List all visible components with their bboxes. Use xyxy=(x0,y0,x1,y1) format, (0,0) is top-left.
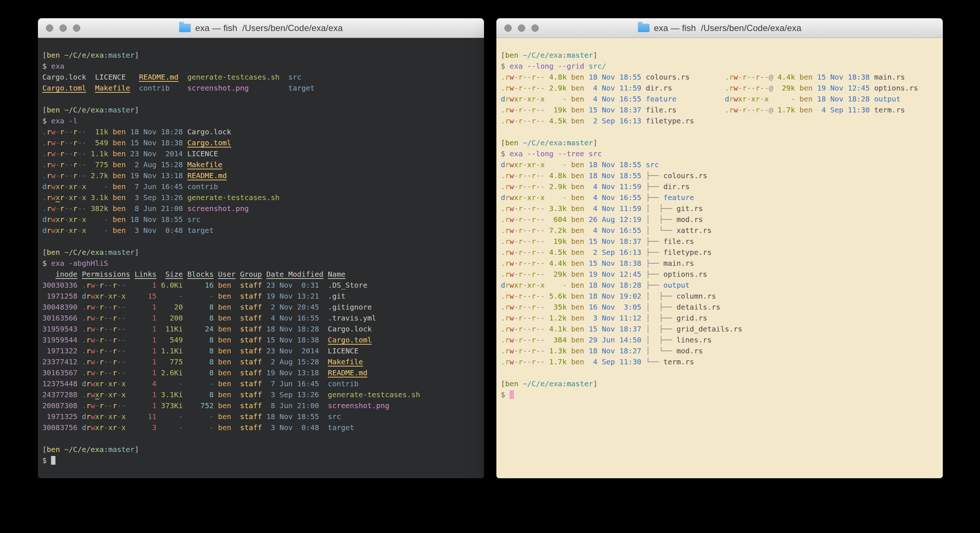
permissions: .rwxr-xr-x xyxy=(42,193,86,202)
permissions: drwxr-xr-x xyxy=(42,226,86,235)
permissions: drwxr-xr-x xyxy=(82,423,126,432)
permissions: .rw-r--r-- xyxy=(42,160,86,169)
terminal-line: .rw-r--r-- 35k ben 16 Nov 3:05 │ ├── det… xyxy=(501,302,939,313)
permissions: .rw-r--r-- xyxy=(501,226,544,235)
terminal-line: .rw-r--r-- 549 ben 15 Nov 18:38 Cargo.to… xyxy=(42,137,480,148)
terminal-line: drwxr-xr-x - ben 18 Nov 18:55 src xyxy=(501,159,939,170)
terminal-line: 30048390 .rw-r--r-- 1 20 8 ben staff 2 N… xyxy=(42,302,480,313)
terminal-line: .rw-r--r-- 2.9k ben 4 Nov 11:59 dir.rs .… xyxy=(501,83,939,93)
permissions: .rw-r--r--@ xyxy=(725,105,773,114)
permissions: drwxr-xr-x xyxy=(82,292,126,300)
block-cursor xyxy=(509,390,514,399)
permissions: drwxr-xr-x xyxy=(501,193,544,202)
permissions: .rw-r--r-- xyxy=(501,259,544,268)
block-cursor xyxy=(51,456,56,465)
permissions: .rw-r--r-- xyxy=(501,237,544,246)
terminal-line: 12375448 drwxr-xr-x 4 - - ben staff 7 Ju… xyxy=(42,378,480,389)
permissions: .rw-r--r-- xyxy=(501,84,544,93)
permissions: .rw-r--r-- xyxy=(501,270,544,279)
terminal-line: Cargo.lock LICENCE README.md generate-te… xyxy=(42,72,480,83)
terminal-line: inode Permissions Links Size Blocks User… xyxy=(42,269,480,280)
terminal-line: 30030336 .rw-r--r-- 1 6.0Ki 16 ben staff… xyxy=(42,280,480,290)
terminal-window-left: exa — fish /Users/ben/Code/exa/exa [ben … xyxy=(38,18,484,478)
permissions: .rw-r--r-- xyxy=(82,346,126,355)
terminal-line: .rw-r--r-- 382k ben 8 Jun 21:00 screensh… xyxy=(42,203,480,214)
terminal-line: 23377412 .rw-r--r-- 1 775 8 ben staff 2 … xyxy=(42,356,480,367)
permissions: .rw-r--r-- xyxy=(82,314,126,322)
terminal-content[interactable]: [ben ~/C/e/exa:master]$ exaCargo.lock LI… xyxy=(38,38,484,466)
permissions: drwxr-xr-x xyxy=(42,182,86,191)
terminal-line: drwxr-xr-x - ben 18 Nov 18:28 ├── output xyxy=(501,280,939,290)
terminal-line: 1971258 drwxr-xr-x 15 - - ben staff 19 N… xyxy=(42,290,480,302)
permissions: .rw-r--r--@ xyxy=(725,73,773,81)
permissions: .rwxr-xr-x xyxy=(82,390,126,399)
terminal-line: [ben ~/C/e/exa:master] xyxy=(42,104,480,115)
terminal-window-right: exa — fish /Users/ben/Code/exa/exa [ben … xyxy=(496,18,943,478)
terminal-line: [ben ~/C/e/exa:master] xyxy=(501,378,939,389)
terminal-line: $ xyxy=(501,389,939,400)
terminal-line: 1971322 .rw-r--r-- 1 1.1Ki 8 ben staff 2… xyxy=(42,345,480,356)
terminal-line: 1971325 drwxr-xr-x 11 - - ben staff 18 N… xyxy=(42,411,480,422)
permissions: drwxr-xr-x xyxy=(725,94,768,103)
terminal-line: drwxr-xr-x - ben 3 Nov 0:48 target xyxy=(42,225,480,236)
terminal-line: .rw-r--r-- 5.6k ben 18 Nov 19:02 │ ├── c… xyxy=(501,290,939,302)
terminal-line: [ben ~/C/e/exa:master] xyxy=(501,49,939,61)
window-title: exa — fish /Users/ben/Code/exa/exa xyxy=(195,23,343,33)
permissions: .rw-r--r-- xyxy=(82,335,126,344)
titlebar[interactable]: exa — fish /Users/ben/Code/exa/exa xyxy=(38,18,484,38)
terminal-line: .rw-r--r-- 775 ben 2 Aug 15:28 Makefile xyxy=(42,159,480,170)
terminal-line xyxy=(42,433,480,444)
titlebar[interactable]: exa — fish /Users/ben/Code/exa/exa xyxy=(496,18,943,38)
terminal-line: .rw-r--r-- 604 ben 26 Aug 12:19 │ ├── mo… xyxy=(501,214,939,225)
terminal-line: Cargo.toml Makefile contrib screenshot.p… xyxy=(42,83,480,93)
terminal-line: .rw-r--r-- 4.8k ben 18 Nov 18:55 ├── col… xyxy=(501,170,939,181)
terminal-line: 30163566 .rw-r--r-- 1 200 8 ben staff 4 … xyxy=(42,313,480,324)
title-group: exa — fish /Users/ben/Code/exa/exa xyxy=(38,18,484,38)
terminal-line: $ xyxy=(42,455,480,466)
terminal-line: .rw-r--r-- 384 ben 29 Jun 14:50 │ ├── li… xyxy=(501,334,939,345)
terminal-line: .rw-r--r-- 7.2k ben 4 Nov 16:55 │ └── xa… xyxy=(501,225,939,236)
folder-icon xyxy=(179,24,191,32)
permissions: drwxr-xr-x xyxy=(501,94,544,103)
permissions: .rw-r--r-- xyxy=(82,324,126,333)
permissions: .rw-r--r-- xyxy=(501,182,544,191)
terminal-line: .rw-r--r-- 1.1k ben 23 Nov 2014 LICENCE xyxy=(42,148,480,159)
terminal-line xyxy=(42,93,480,104)
permissions: .rw-r--r-- xyxy=(82,401,126,410)
permissions: .rw-r--r-- xyxy=(501,73,544,81)
permissions: drwxr-xr-x xyxy=(501,160,544,169)
permissions: .rw-r--r-- xyxy=(42,171,86,180)
permissions: .rw-r--r-- xyxy=(82,357,126,366)
terminal-line: drwxr-xr-x - ben 18 Nov 18:55 src xyxy=(42,214,480,225)
folder-icon xyxy=(638,24,649,32)
terminal-line: 30083756 drwxr-xr-x 3 - - ben staff 3 No… xyxy=(42,422,480,433)
terminal-line: 31959544 .rw-r--r-- 1 549 8 ben staff 15… xyxy=(42,334,480,345)
terminal-line: .rw-r--r-- 29k ben 19 Nov 12:45 ├── opti… xyxy=(501,269,939,280)
terminal-line xyxy=(501,126,939,137)
terminal-content[interactable]: [ben ~/C/e/exa:master]$ exa --long --gri… xyxy=(496,38,943,400)
permissions: .rw-r--r-- xyxy=(42,138,86,147)
permissions: .rw-r--r-- xyxy=(501,314,544,322)
terminal-line: .rw-r--r-- 4.8k ben 18 Nov 18:55 colours… xyxy=(501,72,939,83)
terminal-line xyxy=(42,236,480,247)
permissions: .rw-r--r-- xyxy=(501,324,544,333)
terminal-line: .rw-r--r-- 19k ben 15 Nov 18:37 file.rs … xyxy=(501,104,939,115)
window-title: exa — fish /Users/ben/Code/exa/exa xyxy=(654,23,802,33)
permissions: .rw-r--r-- xyxy=(501,292,544,300)
terminal-line: .rw-r--r-- 4.1k ben 15 Nov 18:37 │ ├── g… xyxy=(501,324,939,334)
terminal-line: [ben ~/C/e/exa:master] xyxy=(501,137,939,148)
permissions: .rw-r--r-- xyxy=(501,335,544,344)
permissions: .rw-r--r-- xyxy=(501,346,544,355)
permissions: .rw-r--r-- xyxy=(82,281,126,289)
terminal-line: .rw-r--r-- 19k ben 15 Nov 18:37 ├── file… xyxy=(501,236,939,247)
terminal-line: [ben ~/C/e/exa:master] xyxy=(42,247,480,258)
terminal-line: $ exa --long --tree src xyxy=(501,148,939,159)
permissions: .rw-r--r--@ xyxy=(725,84,773,93)
permissions: .rw-r--r-- xyxy=(501,116,544,125)
permissions: .rw-r--r-- xyxy=(501,204,544,213)
terminal-line: .rw-r--r-- 4.4k ben 15 Nov 18:38 ├── mai… xyxy=(501,258,939,269)
permissions: drwxr-xr-x xyxy=(82,412,126,421)
terminal-line xyxy=(501,367,939,378)
terminal-line: 31959543 .rw-r--r-- 1 11Ki 24 ben staff … xyxy=(42,324,480,334)
desktop-background: { "title": { "text": "exa — fish /Users/… xyxy=(0,0,980,533)
